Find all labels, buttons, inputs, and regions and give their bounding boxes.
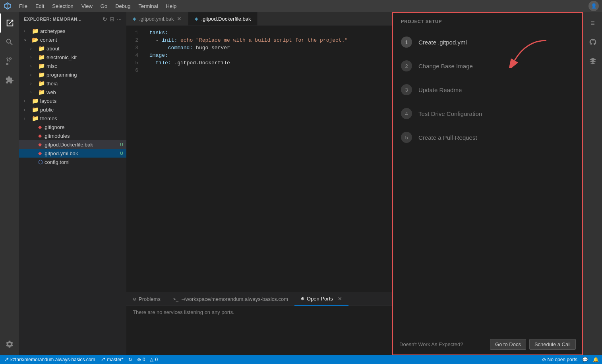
editor-area: ◆ .gitpod.yml.bak ✕ ◆ .gitpod.Dockerfile… (126, 12, 392, 355)
project-setup-panel: PROJECT SETUP 1 Create .gitpod.yml 2 Cha… (392, 12, 583, 355)
chevron-icon: › (30, 90, 37, 94)
menu-terminal[interactable]: Terminal (135, 2, 161, 10)
menu-selection[interactable]: Selection (49, 2, 76, 10)
panel-tab-terminal[interactable]: >_ ~/workspace/memorandum.always-basics.… (167, 292, 294, 306)
tree-label: web (46, 89, 126, 95)
schedule-call-button[interactable]: Schedule a Call (529, 339, 576, 350)
chevron-icon: › (30, 55, 37, 60)
go-to-docs-button[interactable]: Go to Docs (490, 339, 526, 350)
setup-item-2[interactable]: 2 Change Base Image (393, 54, 582, 78)
chevron-icon: ∨ (24, 38, 30, 42)
status-branch[interactable]: ⎇ master* (100, 357, 123, 362)
code-content[interactable]: tasks: - init: echo "Replace me with a b… (146, 26, 392, 292)
panel-tab-label: Problems (139, 296, 161, 302)
folder-icon: 📁 (32, 115, 39, 121)
sidebar: EXPLORER: MEMORAN... ↻ ⊟ ··· › 📁 archety… (19, 12, 126, 355)
error-icon: ⊗ (137, 357, 141, 362)
tree-label: misc (46, 63, 126, 69)
panel-tab-problems[interactable]: ⊘ Problems (126, 292, 167, 306)
panel-tab-close[interactable]: ✕ (338, 296, 342, 302)
sidebar-more-icon[interactable]: ··· (117, 16, 122, 22)
sync-icon: ↻ (128, 357, 132, 362)
tree-item-public[interactable]: › 📁 public (19, 105, 126, 114)
tree-item-gitmodules[interactable]: › ◆ .gitmodules (19, 131, 126, 140)
tree-item-theia[interactable]: › 📁 theia (19, 79, 126, 88)
sidebar-actions: ↻ ⊟ ··· (103, 16, 122, 22)
user-avatar[interactable]: 👤 (588, 1, 599, 11)
status-workspace[interactable]: ⎇ kzthrk/memorandum.always-basics.com (3, 357, 95, 362)
status-notifications[interactable]: 🔔 (593, 357, 599, 362)
menu-help[interactable]: Help (163, 2, 180, 10)
activity-explorer[interactable] (0, 13, 19, 33)
tree-item-programming[interactable]: › 📁 programming (19, 70, 126, 79)
tab-dockerfile-bak[interactable]: ◆ .gitpod.Dockerfile.bak (188, 12, 257, 25)
sidebar-refresh-icon[interactable]: ↻ (103, 16, 107, 22)
line-numbers: 1 2 3 4 5 6 (126, 26, 146, 292)
modified-badge: U (120, 142, 126, 147)
tree-label: config.toml (45, 159, 126, 165)
tab-yml-bak[interactable]: ◆ .gitpod.yml.bak ✕ (126, 12, 188, 25)
tree-item-layouts[interactable]: › 📁 layouts (19, 96, 126, 105)
menu-view[interactable]: View (78, 2, 96, 10)
config-icon: ⬡ (38, 159, 43, 165)
tree-item-config-toml[interactable]: › ⬡ config.toml (19, 158, 126, 166)
menu-go[interactable]: Go (97, 2, 110, 10)
tree-item-themes[interactable]: › 📁 themes (19, 114, 126, 123)
menu-debug[interactable]: Debug (112, 2, 134, 10)
tree-item-about[interactable]: › 📁 about (19, 44, 126, 53)
status-errors[interactable]: ⊗ 0 (137, 357, 145, 362)
tab-file-icon: ◆ (133, 16, 136, 21)
folder-icon: 📁 (32, 28, 39, 34)
tab-close-icon[interactable]: ✕ (177, 15, 182, 22)
tree-item-web[interactable]: › 📁 web (19, 88, 126, 96)
tree-item-dockerfile-bak[interactable]: › ◆ .gitpod.Dockerfile.bak U (19, 140, 126, 149)
panel-tab-label: ~/workspace/memorandum.always-basics.com (181, 296, 288, 302)
right-icon-list[interactable]: ≡ (583, 13, 602, 33)
folder-icon: 📁 (32, 98, 39, 104)
tree-item-gitignore[interactable]: › ◆ .gitignore (19, 123, 126, 131)
setup-item-5[interactable]: 5 Create a Pull-Request (393, 125, 582, 149)
right-icon-gitpod[interactable] (583, 52, 602, 71)
code-editor[interactable]: 1 2 3 4 5 6 tasks: - init: echo "Replace… (126, 26, 392, 292)
activity-bar (0, 12, 19, 355)
activity-extensions[interactable] (0, 71, 19, 90)
status-chat[interactable]: 💬 (582, 357, 588, 362)
sidebar-split-icon[interactable]: ⊟ (110, 16, 114, 22)
footer-question: Doesn't Work As Expected? (399, 341, 463, 347)
code-line-2: - init: echo "Replace me with a build sc… (149, 37, 392, 44)
tree-label: electronic_kit (46, 54, 126, 60)
tree-label: .gitmodules (43, 133, 126, 139)
activity-settings[interactable] (0, 335, 19, 354)
status-ports-label: No open ports (548, 357, 577, 362)
right-icon-github[interactable] (583, 33, 602, 52)
folder-icon: 📁 (38, 54, 45, 60)
ports-icon: ⊘ (542, 357, 546, 362)
status-ports[interactable]: ⊘ No open ports (542, 357, 577, 362)
setup-number: 1 (401, 37, 412, 48)
app-logo (3, 2, 12, 10)
tree-item-content[interactable]: ∨ 📂 content (19, 35, 126, 44)
panel-tab-open-ports[interactable]: ⊕ Open Ports ✕ (294, 292, 348, 306)
tree-item-archetypes[interactable]: › 📁 archetypes (19, 27, 126, 35)
project-setup-items: 1 Create .gitpod.yml 2 Change Base Image… (393, 27, 582, 334)
status-sync[interactable]: ↻ (128, 357, 132, 362)
menu-edit[interactable]: Edit (32, 2, 47, 10)
problems-icon: ⊘ (133, 297, 136, 302)
setup-label: Change Base Image (418, 63, 473, 69)
diamond-icon: ◆ (38, 150, 42, 156)
setup-item-3[interactable]: 3 Update Readme (393, 78, 582, 102)
setup-item-4[interactable]: 4 Test Drive Configuration (393, 102, 582, 125)
tree-item-electronic-kit[interactable]: › 📁 electronic_kit (19, 53, 126, 62)
tree-item-yml-bak[interactable]: › ◆ .gitpod.yml.bak U (19, 149, 126, 158)
activity-search[interactable] (0, 33, 19, 52)
tree-label: content (40, 37, 126, 43)
setup-label: Update Readme (418, 87, 462, 93)
menu-file[interactable]: File (16, 2, 31, 10)
status-warnings[interactable]: △ 0 (150, 357, 158, 362)
setup-item-1[interactable]: 1 Create .gitpod.yml (393, 30, 582, 54)
tree-item-misc[interactable]: › 📁 misc (19, 62, 126, 70)
folder-icon: 📁 (38, 71, 45, 78)
setup-label: Test Drive Configuration (418, 110, 482, 117)
folder-icon: 📁 (38, 45, 45, 52)
activity-source-control[interactable] (0, 52, 19, 71)
